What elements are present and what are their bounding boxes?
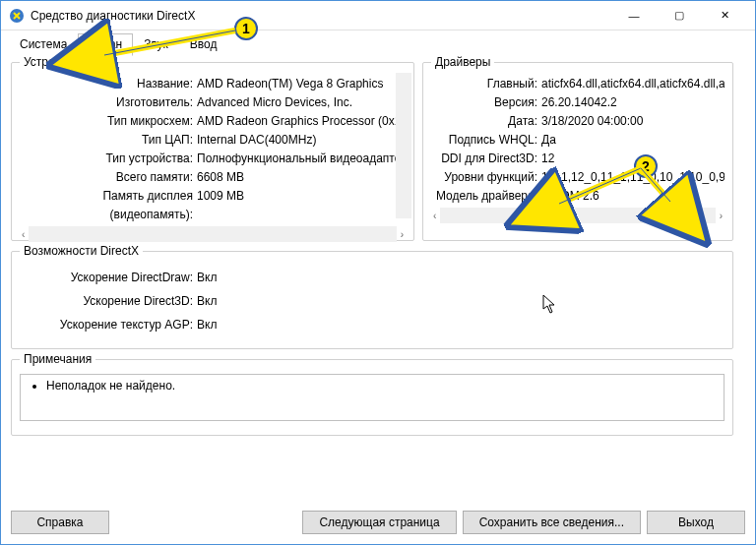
- save-all-button[interactable]: Сохранить все сведения...: [463, 511, 641, 534]
- maximize-button[interactable]: ▢: [657, 1, 702, 30]
- value-feature-levels: 12_1,12_0,11_1,11_0,10_1,10_0,9_3,: [541, 168, 724, 187]
- device-vscroll[interactable]: [396, 73, 411, 218]
- value-directdraw: Вкл: [197, 266, 724, 289]
- chevron-left-icon[interactable]: ‹: [433, 211, 436, 221]
- device-group: Устройство Название:AMD Radeon(TM) Vega …: [11, 62, 414, 241]
- label-agp: Ускорение текстур AGP:: [20, 313, 197, 336]
- window-title: Средство диагностики DirectX: [31, 9, 611, 23]
- label-driver-version: Версия:: [431, 93, 541, 112]
- drivers-group-title: Драйверы: [431, 55, 494, 69]
- titlebar: Средство диагностики DirectX — ▢ ✕: [1, 1, 755, 30]
- value-driver-date: 3/18/2020 04:00:00: [541, 112, 724, 131]
- label-device-type: Тип устройства:: [20, 150, 197, 168]
- label-display-mem: Память дисплея (видеопамять):: [20, 187, 197, 224]
- tab-strip: Система Экран Звук Ввод: [1, 30, 755, 56]
- app-icon: [9, 8, 25, 24]
- drivers-group: Драйверы Главный:aticfx64.dll,aticfx64.d…: [422, 62, 733, 241]
- label-directdraw: Ускорение DirectDraw:: [20, 266, 197, 289]
- label-whql: Подпись WHQL:: [431, 131, 541, 150]
- tab-system[interactable]: Система: [9, 33, 78, 56]
- value-driver-model: WDDM 2.6: [541, 187, 724, 206]
- help-button[interactable]: Справка: [11, 511, 109, 534]
- value-driver-version: 26.20.14042.2: [541, 93, 724, 112]
- cursor-icon: [542, 294, 558, 318]
- label-driver-main: Главный:: [431, 75, 541, 93]
- device-hscroll[interactable]: ‹›: [20, 224, 406, 242]
- annotation-badge-2: 2: [634, 154, 658, 178]
- value-total-mem: 6608 MB: [197, 168, 406, 187]
- exit-button[interactable]: Выход: [647, 511, 745, 534]
- tab-content: Устройство Название:AMD Radeon(TM) Vega …: [1, 56, 755, 442]
- value-manufacturer: Advanced Micro Devices, Inc.: [197, 93, 406, 112]
- caps-group-title: Возможности DirectX: [20, 244, 143, 258]
- close-button[interactable]: ✕: [702, 1, 747, 30]
- value-ddi: 12: [541, 150, 724, 168]
- drivers-hscroll[interactable]: ‹›: [431, 206, 724, 223]
- window-controls: — ▢ ✕: [611, 1, 747, 30]
- label-direct3d: Ускорение Direct3D:: [20, 289, 197, 313]
- value-driver-main: aticfx64.dll,aticfx64.dll,aticfx64.dll,a…: [541, 75, 724, 93]
- value-chip-type: AMD Radeon Graphics Processor (0x15: [197, 112, 406, 131]
- dxdiag-window: Средство диагностики DirectX — ▢ ✕ Систе…: [0, 0, 756, 545]
- label-chip-type: Тип микросхем:: [20, 112, 197, 131]
- label-feature-levels: Уровни функций:: [431, 168, 541, 187]
- notes-group: Примечания Неполадок не найдено.: [11, 359, 733, 436]
- label-manufacturer: Изготовитель:: [20, 93, 197, 112]
- chevron-right-icon[interactable]: ›: [720, 211, 723, 221]
- label-total-mem: Всего памяти:: [20, 168, 197, 187]
- label-device-name: Название:: [20, 75, 197, 93]
- label-driver-date: Дата:: [431, 112, 541, 131]
- value-device-type: Полнофункциональный видеоадапте: [197, 150, 406, 168]
- chevron-right-icon[interactable]: ›: [401, 229, 404, 240]
- footer-buttons: Справка Следующая страница Сохранить все…: [11, 511, 745, 534]
- annotation-badge-1: 1: [234, 17, 258, 40]
- notes-group-title: Примечания: [20, 352, 95, 366]
- minimize-button[interactable]: —: [611, 1, 657, 30]
- notes-textarea[interactable]: Неполадок не найдено.: [20, 374, 724, 421]
- value-dac-type: Internal DAC(400MHz): [197, 131, 406, 150]
- value-whql: Да: [541, 131, 724, 150]
- next-page-button[interactable]: Следующая страница: [302, 511, 456, 534]
- label-dac-type: Тип ЦАП:: [20, 131, 197, 150]
- tab-input[interactable]: Ввод: [179, 33, 228, 56]
- value-direct3d: Вкл: [197, 289, 724, 313]
- device-group-title: Устройство: [20, 55, 90, 69]
- tab-screen[interactable]: Экран: [78, 33, 133, 56]
- tab-sound[interactable]: Звук: [133, 33, 179, 56]
- notes-item: Неполадок не найдено.: [46, 379, 716, 393]
- chevron-left-icon[interactable]: ‹: [22, 229, 25, 240]
- label-ddi: DDI для Direct3D:: [431, 150, 541, 168]
- value-device-name: AMD Radeon(TM) Vega 8 Graphics: [197, 75, 406, 93]
- value-display-mem: 1009 MB: [197, 187, 406, 224]
- value-agp: Вкл: [197, 313, 724, 336]
- directx-caps-group: Возможности DirectX Ускорение DirectDraw…: [11, 251, 733, 349]
- label-driver-model: Модель драйвера:: [431, 187, 541, 206]
